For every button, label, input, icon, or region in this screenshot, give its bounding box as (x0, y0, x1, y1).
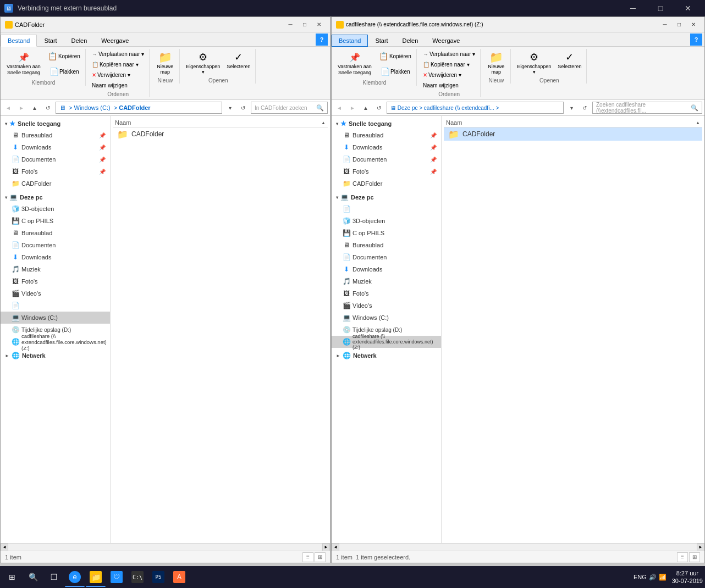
titlebar-minimize[interactable]: ─ (620, 0, 646, 16)
titlebar-close[interactable]: ✕ (675, 0, 701, 16)
right-nav-bureaublad2[interactable]: 🖥 Bureaublad (332, 239, 441, 251)
left-select-btn[interactable]: ✓ Selecteren (224, 49, 253, 76)
taskbar-explorer-btn[interactable]: 📁 (86, 567, 106, 587)
right-deze-pc-header[interactable]: ▾ 💻 Deze pc (332, 192, 441, 203)
left-address-refresh-btn[interactable]: ↺ (238, 102, 249, 113)
left-nav-cop[interactable]: 💾 C op PHILS (1, 215, 110, 227)
right-hscroll-left[interactable]: ◄ (332, 543, 339, 551)
left-file-cadfolder[interactable]: 📁 CADFolder (113, 127, 328, 141)
right-tab-start[interactable]: Start (368, 34, 395, 46)
right-tab-delen[interactable]: Delen (395, 34, 426, 46)
taskbar-app5-btn[interactable]: 🛡 (107, 567, 126, 587)
left-search-box[interactable]: In CADFolder zoeken 🔍 (251, 102, 328, 114)
right-up-btn[interactable]: ▲ (360, 102, 371, 113)
right-refresh-btn[interactable]: ↺ (373, 102, 384, 113)
right-new-folder-btn[interactable]: 📁 Nieuwemap (484, 49, 508, 76)
right-view-list-btn[interactable]: ≡ (677, 552, 688, 562)
left-new-folder-btn[interactable]: 📁 Nieuwemap (153, 49, 177, 76)
taskbar-clock[interactable]: 8:27 uur 30-07-2019 (672, 569, 703, 585)
left-hscrollbar[interactable]: ◄ ► (1, 543, 330, 551)
left-nav-blank[interactable]: 📄 (1, 299, 110, 312)
right-tab-weergave[interactable]: Weergave (425, 34, 467, 46)
left-copy-to-btn[interactable]: 📋 Kopiëren naar ▾ (89, 59, 147, 69)
left-rename-btn[interactable]: Naam wijzigen (89, 80, 147, 90)
right-hscrollbar[interactable]: ◄ ► (332, 543, 704, 551)
right-copy-btn[interactable]: 📋 Kopiëren (376, 49, 414, 63)
left-nav-bureaublad[interactable]: 🖥 Bureaublad 📌 (1, 129, 110, 141)
left-pin-btn[interactable]: 📌 Vastmaken aanSnelle toegang (4, 49, 43, 77)
left-delete-btn[interactable]: ✕ Verwijderen ▾ (89, 70, 147, 80)
right-help-btn[interactable]: ? (690, 34, 702, 46)
right-hscroll-right[interactable]: ► (697, 543, 704, 551)
left-nav-videos[interactable]: 🎬 Video's (1, 287, 110, 299)
right-nav-cadfolder[interactable]: 📁 CADFolder (332, 177, 441, 190)
titlebar-maximize[interactable]: □ (648, 0, 673, 16)
right-properties-btn[interactable]: ⚙ Eigenschappen▾ (514, 49, 554, 76)
right-back-btn[interactable]: ◄ (334, 102, 345, 113)
right-nav-fotos2[interactable]: 🖼 Foto's (332, 287, 441, 299)
left-paste-btn[interactable]: 📄 Plakken (46, 64, 82, 79)
taskbar-terminal-btn[interactable]: C:\ (128, 567, 147, 587)
right-nav-3d[interactable]: 🧊 3D-objecten (332, 215, 441, 227)
left-help-btn[interactable]: ? (316, 34, 328, 46)
left-nav-3d[interactable]: 🧊 3D-objecten (1, 203, 110, 215)
taskbar-app8-btn[interactable]: A (169, 567, 189, 587)
left-nav-documenten[interactable]: 📄 Documenten 📌 (1, 153, 110, 165)
left-maximize-btn[interactable]: □ (298, 19, 311, 30)
right-delete-btn[interactable]: ✕ Verwijderen ▾ (420, 70, 478, 80)
left-nav-cadfolder[interactable]: 📁 CADFolder (1, 177, 110, 190)
taskbar-search-btn[interactable]: 🔍 (23, 567, 43, 587)
left-nav-muziek[interactable]: 🎵 Muziek (1, 263, 110, 275)
left-address-path[interactable]: 🖥 > Windows (C:) > CADFolder (56, 102, 222, 114)
right-paste-btn[interactable]: 📄 Plakken (377, 64, 413, 79)
right-nav-blank[interactable]: 📄 (332, 203, 441, 215)
right-netwerk-header[interactable]: ► 🌐 Netwerk (332, 350, 441, 361)
taskbar-taskview-btn[interactable]: ❐ (44, 567, 64, 587)
right-quick-access-header[interactable]: ▾ ★ Snelle toegang (332, 118, 441, 129)
right-nav-bureaublad[interactable]: 🖥 Bureaublad 📌 (332, 129, 441, 141)
right-address-refresh-btn[interactable]: ↺ (579, 102, 590, 113)
right-minimize-btn[interactable]: ─ (658, 19, 671, 30)
right-nav-muziek[interactable]: 🎵 Muziek (332, 275, 441, 287)
left-nav-fotos[interactable]: 🖼 Foto's 📌 (1, 165, 110, 177)
left-move-btn[interactable]: → Verplaatsen naar ▾ (89, 49, 147, 59)
right-maximize-btn[interactable]: □ (673, 19, 686, 30)
taskbar-powershell-btn[interactable]: PS (148, 567, 168, 587)
right-forward-btn[interactable]: ► (347, 102, 358, 113)
right-nav-cad-share[interactable]: 🌐 cadfileshare (\\ extendcadfiles.file.c… (332, 336, 441, 348)
left-back-btn[interactable]: ◄ (3, 102, 14, 113)
right-nav-downloads2[interactable]: ⬇ Downloads (332, 263, 441, 275)
right-hscroll-track[interactable] (339, 543, 697, 551)
left-tab-start[interactable]: Start (37, 34, 64, 46)
left-forward-btn[interactable]: ► (16, 102, 27, 113)
right-view-grid-btn[interactable]: ⊞ (689, 552, 700, 562)
left-nav-cad-share[interactable]: 🌐 cadfileshare (\\ extendcadfiles.file.c… (1, 336, 110, 348)
left-tab-bestand[interactable]: Bestand (1, 35, 37, 47)
right-pin-btn[interactable]: 📌 Vastmaken aanSnelle toegang (335, 49, 374, 77)
left-nav-fotos2[interactable]: 🖼 Foto's (1, 275, 110, 287)
right-nav-documenten[interactable]: 📄 Documenten 📌 (332, 153, 441, 165)
right-nav-cop[interactable]: 💾 C op PHILS (332, 227, 441, 239)
right-file-cadfolder[interactable]: 📁 CADFolder (444, 127, 702, 141)
left-netwerk-header[interactable]: ► 🌐 Netwerk (1, 350, 110, 361)
right-rename-btn[interactable]: Naam wijzigen (420, 80, 478, 90)
right-move-btn[interactable]: → Verplaatsen naar ▾ (420, 49, 478, 59)
right-nav-fotos[interactable]: 🖼 Foto's 📌 (332, 165, 441, 177)
right-nav-documenten2[interactable]: 📄 Documenten (332, 251, 441, 263)
left-tab-weergave[interactable]: Weergave (94, 34, 136, 46)
right-tab-bestand[interactable]: Bestand (332, 35, 368, 47)
left-view-grid-btn[interactable]: ⊞ (315, 552, 326, 562)
left-nav-documenten2[interactable]: 📄 Documenten (1, 239, 110, 251)
left-nav-bureaublad2[interactable]: 🖥 Bureaublad (1, 227, 110, 239)
right-dropdown-btn[interactable]: ▾ (566, 102, 577, 113)
left-hscroll-left[interactable]: ◄ (1, 543, 8, 551)
left-deze-pc-header[interactable]: ▾ 💻 Deze pc (1, 192, 110, 203)
right-nav-downloads[interactable]: ⬇ Downloads 📌 (332, 141, 441, 153)
right-close-btn[interactable]: ✕ (687, 19, 700, 30)
left-hscroll-right[interactable]: ► (322, 543, 330, 551)
left-view-list-btn[interactable]: ≡ (302, 552, 313, 562)
left-nav-downloads2[interactable]: ⬇ Downloads (1, 251, 110, 263)
left-tab-delen[interactable]: Delen (64, 34, 95, 46)
left-quick-access-header[interactable]: ▾ ★ Snelle toegang (1, 118, 110, 129)
right-search-box[interactable]: Zoeken cadfileshare (\\extendcadfiles.fi… (592, 102, 702, 114)
